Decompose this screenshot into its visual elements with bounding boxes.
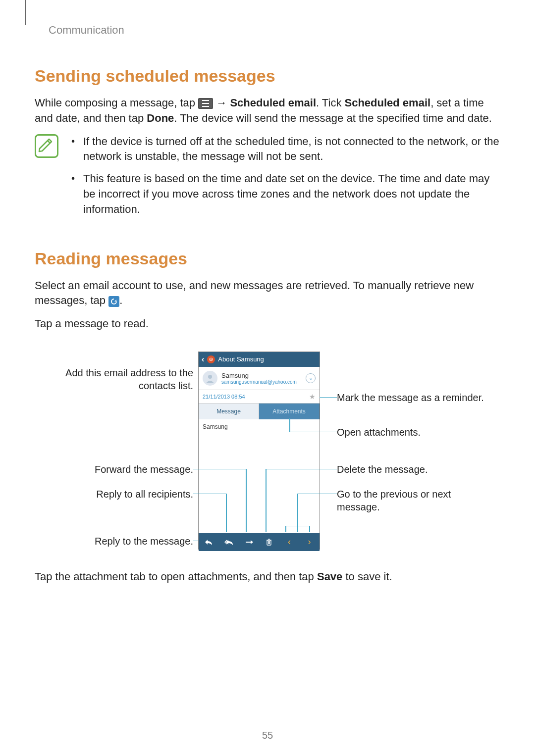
phone-header: ‹ About Samsung	[199, 352, 320, 367]
callout-delete: Delete the message.	[337, 463, 428, 476]
scheduled-b1: Scheduled email	[230, 97, 316, 109]
sender-row[interactable]: Samsung samsungusermanual@yahoo.com ⌄	[199, 367, 320, 390]
callout-add-contact: Add this email address to the contacts l…	[45, 366, 193, 392]
reading-p3b: Save	[317, 570, 342, 583]
refresh-icon	[108, 296, 119, 307]
reply-all-icon[interactable]	[223, 539, 235, 546]
leader	[285, 526, 309, 527]
tabs: Message Attachments	[199, 403, 320, 419]
tab-message[interactable]: Message	[199, 403, 259, 419]
scheduled-mid: . Tick	[316, 97, 344, 109]
note-item-2: This feature is based on the time and da…	[69, 171, 500, 217]
tab-attachments[interactable]: Attachments	[259, 403, 320, 419]
leader	[289, 418, 290, 432]
email-body: Samsung	[199, 419, 320, 533]
back-icon[interactable]: ‹	[202, 355, 204, 364]
leader	[266, 469, 267, 532]
next-icon[interactable]: ›	[304, 537, 316, 547]
scheduled-p1: While composing a message, tap	[35, 97, 198, 109]
phone-mock: ‹ About Samsung Samsung samsungusermanua…	[198, 352, 320, 550]
callout-forward: Forward the message.	[45, 463, 193, 476]
sender-name: Samsung	[221, 372, 302, 379]
svg-point-2	[211, 359, 212, 360]
avatar	[203, 371, 217, 386]
note-icon	[35, 134, 58, 158]
email-diagram: ‹ About Samsung Samsung samsungusermanua…	[45, 352, 490, 550]
chapter-title: Communication	[49, 24, 500, 37]
reading-p1b: .	[119, 294, 122, 306]
leader	[226, 494, 227, 532]
note-block: If the device is turned off at the sched…	[35, 134, 500, 224]
leader	[246, 469, 247, 532]
leader	[289, 432, 337, 433]
reply-icon[interactable]	[203, 539, 214, 546]
phone-title: About Samsung	[218, 355, 264, 363]
expand-icon[interactable]: ⌄	[306, 373, 316, 383]
callout-nav: Go to the previous or next message.	[337, 488, 476, 513]
reading-p3a: Tap the attachment tab to open attachmen…	[35, 570, 317, 583]
callout-attach: Open attachments.	[337, 426, 421, 439]
scheduled-p3: . The device will send the message at th…	[174, 112, 492, 124]
corner-mark	[25, 0, 26, 25]
prev-icon[interactable]: ‹	[283, 537, 295, 547]
callout-star: Mark the message as a reminder.	[337, 391, 484, 404]
arrow: →	[216, 97, 227, 109]
callout-replyall: Reply to all recipients.	[45, 488, 193, 501]
star-icon[interactable]: ★	[309, 393, 316, 401]
leader	[193, 541, 198, 542]
heading-reading: Reading messages	[35, 249, 500, 268]
leader	[193, 494, 226, 495]
heading-scheduled: Sending scheduled messages	[35, 66, 500, 86]
svg-line-0	[48, 141, 50, 143]
page-number: 55	[0, 730, 535, 741]
reading-p3c: to save it.	[342, 570, 392, 583]
sender-text: Samsung samsungusermanual@yahoo.com	[221, 372, 302, 385]
page: Communication Sending scheduled messages…	[0, 0, 535, 756]
delete-icon[interactable]	[263, 539, 275, 546]
leader	[285, 526, 286, 532]
app-icon	[207, 355, 215, 363]
forward-icon[interactable]	[243, 539, 255, 545]
note-list: If the device is turned off at the sched…	[69, 134, 500, 224]
reading-p1a: Select an email account to use, and new …	[35, 279, 474, 307]
scheduled-b2: Scheduled email	[345, 97, 431, 109]
reading-para1: Select an email account to use, and new …	[35, 278, 500, 309]
reading-para3: Tap the attachment tab to open attachmen…	[35, 569, 500, 585]
leader	[320, 397, 337, 398]
sender-email: samsungusermanual@yahoo.com	[221, 379, 302, 385]
menu-icon	[198, 98, 213, 109]
leader	[297, 520, 298, 526]
callout-reply: Reply to the message.	[45, 535, 193, 548]
leader	[193, 469, 246, 470]
svg-point-3	[208, 375, 212, 379]
leader	[266, 469, 337, 470]
reading-para2: Tap a message to read.	[35, 316, 500, 332]
leader	[297, 494, 337, 495]
leader	[309, 526, 310, 532]
scheduled-b3: Done	[147, 112, 174, 124]
scheduled-paragraph: While composing a message, tap → Schedul…	[35, 96, 500, 126]
footer-bar: ‹ ›	[199, 533, 320, 551]
note-item-1: If the device is turned off at the sched…	[69, 134, 500, 165]
datetime: 21/11/2013 08:54	[203, 394, 245, 400]
leader	[193, 379, 198, 380]
date-row: 21/11/2013 08:54 ★	[199, 390, 320, 403]
